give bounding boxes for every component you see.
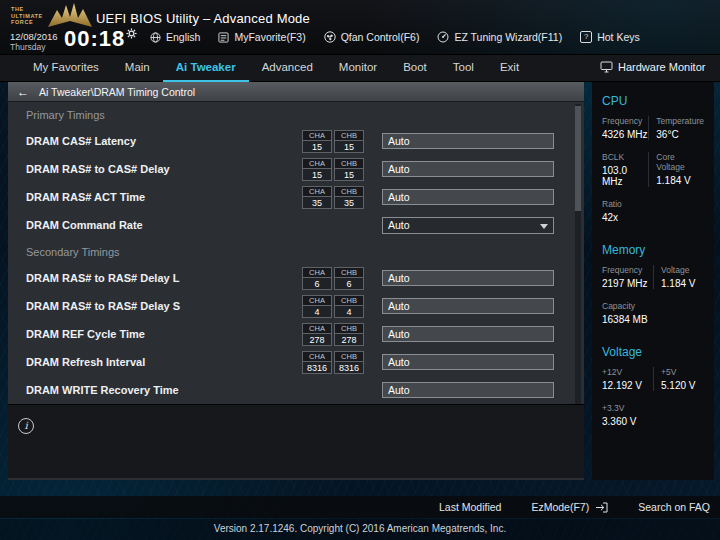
timing-row-command-rate: DRAM Command Rate Auto: [8, 211, 584, 239]
chb-chip: CHB 35: [334, 186, 364, 209]
tuf-logo-text: THE ULTIMATE FORCE: [11, 6, 43, 26]
setting-value-input[interactable]: [382, 382, 554, 398]
menu-bar: My Favorites Main Ai Tweaker Advanced Mo…: [0, 55, 720, 82]
info-icon: i: [18, 418, 34, 434]
timing-row-write-recovery: DRAM WRITE Recovery Time: [8, 376, 584, 404]
app-title: UEFI BIOS Utility – Advanced Mode: [96, 11, 310, 26]
cpu-frequency: Frequency 4326 MHz: [602, 116, 648, 140]
tab-monitor[interactable]: Monitor: [326, 55, 390, 82]
setting-label: DRAM Command Rate: [26, 219, 302, 231]
cpu-section: CPU Frequency 4326 MHz Temperature 36°C …: [602, 94, 704, 227]
channel-current-values: CHA 15 CHB 15: [302, 158, 366, 181]
tab-main[interactable]: Main: [112, 55, 163, 82]
selected-option: Auto: [388, 219, 410, 231]
hardware-monitor-header: Hardware Monitor: [600, 61, 705, 73]
chb-chip: CHB 8316: [334, 351, 364, 374]
setting-label: DRAM CAS# Latency: [26, 135, 302, 147]
setting-value-input[interactable]: [382, 298, 554, 314]
section-primary-timings: Primary Timings: [8, 102, 584, 127]
cha-chip: CHA 278: [302, 323, 332, 346]
version-copyright: Version 2.17.1246. Copyright (C) 2016 Am…: [0, 519, 720, 540]
timing-row-cas-latency: DRAM CAS# Latency CHA 15 CHB 15: [8, 127, 584, 155]
channel-current-values: CHA 35 CHB 35: [302, 186, 366, 209]
tab-boot[interactable]: Boot: [390, 55, 440, 82]
setting-value-input[interactable]: [382, 270, 554, 286]
cha-chip: CHA 35: [302, 186, 332, 209]
voltage-5v: +5V 5.120 V: [653, 367, 704, 391]
cha-chip: CHA 15: [302, 158, 332, 181]
cpu-bclk: BCLK 103.0 MHz: [602, 152, 648, 187]
scrollbar-thumb[interactable]: [575, 106, 581, 211]
setting-value-input[interactable]: [382, 161, 554, 177]
cpu-core-voltage: Core Voltage 1.184 V: [648, 152, 704, 187]
memory-section: Memory Frequency 2197 MHz Voltage 1.184 …: [602, 243, 704, 329]
globe-icon: [150, 32, 161, 43]
cpu-section-title: CPU: [602, 94, 704, 108]
hardware-monitor-panel: CPU Frequency 4326 MHz Temperature 36°C …: [592, 82, 714, 480]
ez-tuning-wizard-button[interactable]: EZ Tuning Wizard(F11): [437, 31, 562, 43]
voltage-section: Voltage +12V 12.192 V +5V 5.120 V +3.3V …: [602, 345, 704, 431]
channel-current-values: CHA 6 CHB 6: [302, 267, 366, 290]
main-menu-tabs: My Favorites Main Ai Tweaker Advanced Mo…: [20, 55, 532, 82]
ezmode-button[interactable]: EzMode(F7): [531, 501, 608, 513]
tab-exit[interactable]: Exit: [487, 55, 532, 82]
timing-row-refresh-interval: DRAM Refresh Interval CHA 8316 CHB 8316: [8, 348, 584, 376]
tab-tool[interactable]: Tool: [440, 55, 487, 82]
voltage-3v3: +3.3V 3.360 V: [602, 403, 653, 427]
scrollbar-track: [575, 104, 581, 404]
timing-row-ras-to-ras-l: DRAM RAS# to RAS# Delay L CHA 6 CHB 6: [8, 264, 584, 292]
chb-chip: CHB 6: [334, 267, 364, 290]
time-display: 00:18: [64, 26, 125, 52]
settings-panel: ← Ai Tweaker\DRAM Timing Control Primary…: [8, 82, 584, 480]
memory-voltage: Voltage 1.184 V: [653, 265, 704, 289]
timing-row-ras-to-cas: DRAM RAS# to CAS# Delay CHA 15 CHB 15: [8, 155, 584, 183]
search-on-faq-button[interactable]: Search on FAQ: [638, 501, 710, 513]
setting-label: DRAM WRITE Recovery Time: [26, 384, 302, 396]
fan-icon: [324, 31, 336, 43]
setting-value-input[interactable]: [382, 354, 554, 370]
qfan-control-button[interactable]: Qfan Control(F6): [324, 31, 420, 43]
channel-current-values: CHA 278 CHB 278: [302, 323, 366, 346]
question-icon: ?: [580, 31, 592, 43]
voltage-section-title: Voltage: [602, 345, 704, 359]
cpu-temperature: Temperature 36°C: [648, 116, 704, 140]
top-bar: THE ULTIMATE FORCE UEFI BIOS Utility – A…: [0, 0, 720, 55]
bottom-action-bar: Last Modified EzMode(F7) Search on FAQ: [0, 496, 720, 518]
setting-label: DRAM RAS# to RAS# Delay S: [26, 300, 302, 312]
hot-keys-button[interactable]: ? Hot Keys: [580, 31, 640, 43]
voltage-12v: +12V 12.192 V: [602, 367, 653, 391]
language-button[interactable]: English: [150, 31, 200, 43]
setting-value-input[interactable]: [382, 189, 554, 205]
setting-label: DRAM RAS# to CAS# Delay: [26, 163, 302, 175]
channel-current-values: CHA 8316 CHB 8316: [302, 351, 366, 374]
header-toolbar: English MyFavorite(F3) Qfan Control(F6): [150, 31, 640, 43]
tab-my-favorites[interactable]: My Favorites: [20, 55, 112, 82]
cha-chip: CHA 6: [302, 267, 332, 290]
setting-label: DRAM RAS# ACT Time: [26, 191, 302, 203]
myfavorite-button[interactable]: MyFavorite(F3): [218, 31, 305, 43]
setting-label: DRAM REF Cycle Time: [26, 328, 302, 340]
monitor-icon: [600, 61, 613, 73]
cpu-ratio: Ratio 42x: [602, 199, 648, 223]
tab-advanced[interactable]: Advanced: [249, 55, 326, 82]
time-settings-gear-icon[interactable]: [126, 28, 137, 39]
chevron-down-icon: [540, 224, 548, 229]
last-modified-button[interactable]: Last Modified: [439, 501, 501, 513]
cha-chip: CHA 4: [302, 295, 332, 318]
setting-label: DRAM RAS# to RAS# Delay L: [26, 272, 302, 284]
setting-value-input[interactable]: [382, 326, 554, 342]
breadcrumb-path: Ai Tweaker\DRAM Timing Control: [39, 86, 195, 98]
cha-chip: CHA 8316: [302, 351, 332, 374]
channel-current-values: CHA 15 CHB 15: [302, 130, 366, 153]
chb-chip: CHB 278: [334, 323, 364, 346]
breadcrumb: ← Ai Tweaker\DRAM Timing Control: [8, 82, 584, 102]
channel-current-values: CHA 4 CHB 4: [302, 295, 366, 318]
timing-row-ras-to-ras-s: DRAM RAS# to RAS# Delay S CHA 4 CHB 4: [8, 292, 584, 320]
chb-chip: CHB 15: [334, 130, 364, 153]
timing-row-ras-act: DRAM RAS# ACT Time CHA 35 CHB 35: [8, 183, 584, 211]
tab-ai-tweaker[interactable]: Ai Tweaker: [163, 55, 249, 82]
back-icon[interactable]: ←: [17, 85, 29, 99]
setting-value-select[interactable]: Auto: [382, 217, 554, 234]
setting-value-input[interactable]: [382, 133, 554, 149]
date-display: 12/08/2016 Thursday: [10, 31, 58, 53]
